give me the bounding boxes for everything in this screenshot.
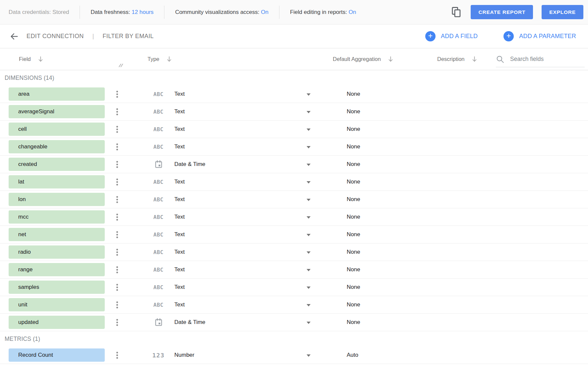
create-report-button[interactable]: CREATE REPORT: [471, 5, 533, 19]
default-aggregation-value[interactable]: None: [347, 85, 360, 103]
field-options-menu-icon[interactable]: [115, 143, 119, 150]
field-editing-value: On: [349, 9, 356, 15]
add-a-parameter-button[interactable]: + ADD A PARAMETER: [503, 31, 576, 41]
default-aggregation-value[interactable]: None: [347, 173, 360, 190]
field-name-chip[interactable]: radio: [9, 245, 105, 259]
type-dropdown-caret-icon[interactable]: [307, 322, 311, 324]
datetime-type-icon: [151, 314, 166, 331]
type-dropdown-caret-icon[interactable]: [307, 93, 311, 96]
field-name-chip[interactable]: changeable: [9, 140, 105, 153]
copy-icon[interactable]: [451, 6, 462, 19]
community-visualizations-label: Community visualizations access:: [175, 9, 259, 15]
column-resize-handle[interactable]: [118, 63, 123, 69]
type-dropdown-caret-icon[interactable]: [307, 354, 311, 357]
text-type-icon: ABC: [151, 243, 166, 261]
field-name-chip[interactable]: mcc: [9, 210, 105, 224]
add-a-field-button[interactable]: + ADD A FIELD: [425, 31, 478, 41]
default-aggregation-value[interactable]: Auto: [347, 346, 358, 364]
type-dropdown-caret-icon[interactable]: [307, 234, 311, 236]
data-credentials-status[interactable]: Data credentials: Stored: [9, 9, 69, 16]
type-dropdown-caret-icon[interactable]: [307, 181, 311, 184]
field-type-label[interactable]: Date & Time: [174, 156, 206, 173]
field-type-label[interactable]: Text: [174, 261, 185, 278]
field-name: range: [18, 266, 32, 273]
field-options-menu-icon[interactable]: [115, 284, 119, 291]
field-type-label[interactable]: Text: [174, 226, 185, 243]
field-options-menu-icon[interactable]: [115, 266, 119, 273]
default-aggregation-value[interactable]: None: [347, 208, 360, 226]
default-aggregation-value[interactable]: None: [347, 296, 360, 313]
default-aggregation-value[interactable]: None: [347, 138, 360, 155]
default-aggregation-value[interactable]: None: [347, 103, 360, 120]
type-dropdown-caret-icon[interactable]: [307, 129, 311, 131]
field-name-chip[interactable]: area: [9, 87, 105, 101]
table-row: radio ABC 123 Text None: [0, 243, 588, 261]
field-name-chip[interactable]: updated: [9, 316, 105, 329]
field-options-menu-icon[interactable]: [115, 319, 119, 326]
field-editing-status[interactable]: Field editing in reports: On: [290, 9, 356, 16]
field-options-menu-icon[interactable]: [115, 91, 119, 98]
field-options-menu-icon[interactable]: [115, 249, 119, 256]
field-options-menu-icon[interactable]: [115, 196, 119, 203]
field-name-chip[interactable]: created: [9, 158, 105, 171]
field-name-chip[interactable]: averageSignal: [9, 105, 105, 118]
field-type-label[interactable]: Text: [174, 103, 185, 120]
default-aggregation-value[interactable]: None: [347, 261, 360, 278]
field-name-chip[interactable]: lon: [9, 193, 105, 206]
field-options-menu-icon[interactable]: [115, 161, 119, 168]
field-name-chip[interactable]: cell: [9, 123, 105, 136]
back-arrow-icon[interactable]: [9, 31, 20, 42]
field-options-menu-icon[interactable]: [115, 231, 119, 238]
type-dropdown-caret-icon[interactable]: [307, 146, 311, 148]
community-visualizations-status[interactable]: Community visualizations access: On: [175, 9, 268, 16]
type-dropdown-caret-icon[interactable]: [307, 164, 311, 166]
default-aggregation-value[interactable]: None: [347, 121, 360, 138]
plus-icon: +: [425, 31, 436, 41]
field-type-label[interactable]: Text: [174, 296, 185, 313]
field-type-label[interactable]: Number: [174, 346, 194, 364]
type-dropdown-caret-icon[interactable]: [307, 199, 311, 201]
field-options-menu-icon[interactable]: [115, 108, 119, 115]
default-aggregation-value[interactable]: None: [347, 156, 360, 173]
field-type-label[interactable]: Date & Time: [174, 314, 206, 331]
field-options-menu-icon[interactable]: [115, 301, 119, 308]
sort-aggregation-icon[interactable]: [388, 56, 393, 63]
field-type-label[interactable]: Text: [174, 138, 185, 155]
type-dropdown-caret-icon[interactable]: [307, 111, 311, 113]
default-aggregation-value[interactable]: None: [347, 191, 360, 208]
filter-by-email-button[interactable]: FILTER BY EMAIL: [102, 33, 153, 40]
search-fields-input[interactable]: [510, 56, 576, 63]
sort-type-icon[interactable]: [167, 56, 172, 63]
field-name-chip[interactable]: net: [9, 228, 105, 241]
edit-connection-button[interactable]: EDIT CONNECTION: [27, 33, 84, 40]
field-name-chip[interactable]: unit: [9, 298, 105, 311]
field-type-label[interactable]: Text: [174, 85, 185, 103]
data-freshness-status[interactable]: Data freshness: 12 hours: [90, 9, 153, 16]
type-dropdown-caret-icon[interactable]: [307, 287, 311, 289]
default-aggregation-value[interactable]: None: [347, 226, 360, 243]
default-aggregation-value[interactable]: None: [347, 243, 360, 261]
sort-field-icon[interactable]: [38, 56, 43, 63]
type-dropdown-caret-icon[interactable]: [307, 216, 311, 219]
field-options-menu-icon[interactable]: [115, 179, 119, 185]
field-name-chip[interactable]: range: [9, 263, 105, 276]
field-name-chip[interactable]: samples: [9, 281, 105, 294]
field-options-menu-icon[interactable]: [115, 352, 119, 359]
field-type-label[interactable]: Text: [174, 208, 185, 226]
field-name-chip[interactable]: lat: [9, 175, 105, 188]
type-dropdown-caret-icon[interactable]: [307, 251, 311, 254]
field-name-chip[interactable]: Record Count: [9, 348, 105, 362]
field-type-label[interactable]: Text: [174, 191, 185, 208]
default-aggregation-value[interactable]: None: [347, 279, 360, 296]
field-type-label[interactable]: Text: [174, 243, 185, 261]
type-dropdown-caret-icon[interactable]: [307, 304, 311, 306]
field-type-label[interactable]: Text: [174, 173, 185, 190]
explore-button[interactable]: EXPLORE: [542, 5, 583, 19]
type-dropdown-caret-icon[interactable]: [307, 269, 311, 271]
sort-description-icon[interactable]: [472, 56, 477, 63]
field-options-menu-icon[interactable]: [115, 214, 119, 221]
field-type-label[interactable]: Text: [174, 279, 185, 296]
default-aggregation-value[interactable]: None: [347, 314, 360, 331]
field-options-menu-icon[interactable]: [115, 126, 119, 133]
field-type-label[interactable]: Text: [174, 121, 185, 138]
